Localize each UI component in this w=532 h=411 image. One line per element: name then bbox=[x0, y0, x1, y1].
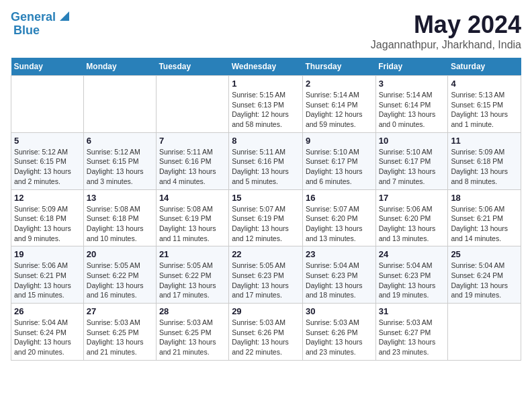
calendar-week-row: 1Sunrise: 5:15 AM Sunset: 6:13 PM Daylig… bbox=[11, 76, 521, 133]
day-info: Sunrise: 5:09 AM Sunset: 6:18 PM Dayligh… bbox=[451, 147, 518, 187]
day-number: 25 bbox=[451, 249, 518, 259]
day-info: Sunrise: 5:05 AM Sunset: 6:22 PM Dayligh… bbox=[159, 261, 226, 300]
day-info: Sunrise: 5:08 AM Sunset: 6:19 PM Dayligh… bbox=[159, 204, 226, 244]
weekday-header: Tuesday bbox=[156, 58, 228, 76]
day-number: 16 bbox=[306, 193, 373, 203]
calendar-cell bbox=[448, 304, 521, 361]
day-info: Sunrise: 5:03 AM Sunset: 6:25 PM Dayligh… bbox=[159, 318, 226, 357]
day-info: Sunrise: 5:12 AM Sunset: 6:15 PM Dayligh… bbox=[87, 147, 153, 187]
calendar-cell: 18Sunrise: 5:06 AM Sunset: 6:21 PM Dayli… bbox=[448, 189, 521, 246]
day-number: 12 bbox=[14, 193, 81, 203]
day-info: Sunrise: 5:03 AM Sunset: 6:25 PM Dayligh… bbox=[87, 318, 153, 357]
calendar-cell: 20Sunrise: 5:05 AM Sunset: 6:22 PM Dayli… bbox=[83, 246, 156, 304]
calendar-cell: 10Sunrise: 5:10 AM Sunset: 6:17 PM Dayli… bbox=[375, 132, 448, 189]
day-number: 19 bbox=[14, 249, 81, 259]
weekday-header: Saturday bbox=[448, 58, 521, 76]
day-number: 29 bbox=[232, 306, 300, 316]
calendar-cell: 3Sunrise: 5:14 AM Sunset: 6:14 PM Daylig… bbox=[375, 76, 448, 133]
title-section: May 2024 Jagannathpur, Jharkhand, India bbox=[371, 11, 521, 51]
day-info: Sunrise: 5:13 AM Sunset: 6:15 PM Dayligh… bbox=[451, 90, 518, 130]
day-info: Sunrise: 5:12 AM Sunset: 6:15 PM Dayligh… bbox=[14, 147, 81, 187]
calendar-cell: 27Sunrise: 5:03 AM Sunset: 6:25 PM Dayli… bbox=[83, 304, 156, 361]
day-info: Sunrise: 5:11 AM Sunset: 6:16 PM Dayligh… bbox=[159, 147, 226, 187]
day-info: Sunrise: 5:05 AM Sunset: 6:23 PM Dayligh… bbox=[232, 261, 300, 300]
day-number: 13 bbox=[87, 193, 153, 203]
calendar-cell: 5Sunrise: 5:12 AM Sunset: 6:15 PM Daylig… bbox=[11, 132, 84, 189]
day-number: 1 bbox=[232, 79, 300, 89]
day-info: Sunrise: 5:03 AM Sunset: 6:26 PM Dayligh… bbox=[306, 318, 373, 357]
day-info: Sunrise: 5:09 AM Sunset: 6:18 PM Dayligh… bbox=[14, 204, 81, 244]
day-number: 4 bbox=[451, 79, 518, 89]
calendar-cell: 8Sunrise: 5:11 AM Sunset: 6:16 PM Daylig… bbox=[229, 132, 303, 189]
day-info: Sunrise: 5:04 AM Sunset: 6:23 PM Dayligh… bbox=[306, 261, 373, 300]
day-number: 27 bbox=[87, 306, 153, 316]
calendar-cell: 12Sunrise: 5:09 AM Sunset: 6:18 PM Dayli… bbox=[11, 189, 84, 246]
logo: General Blue bbox=[11, 11, 72, 38]
day-number: 22 bbox=[232, 249, 300, 259]
day-info: Sunrise: 5:04 AM Sunset: 6:23 PM Dayligh… bbox=[379, 261, 445, 300]
logo-text: General bbox=[11, 11, 56, 24]
day-info: Sunrise: 5:04 AM Sunset: 6:24 PM Dayligh… bbox=[451, 261, 518, 300]
day-number: 14 bbox=[159, 193, 226, 203]
day-info: Sunrise: 5:08 AM Sunset: 6:18 PM Dayligh… bbox=[87, 204, 153, 244]
calendar-cell bbox=[11, 76, 84, 133]
day-number: 6 bbox=[87, 136, 153, 146]
calendar-cell: 21Sunrise: 5:05 AM Sunset: 6:22 PM Dayli… bbox=[156, 246, 228, 304]
calendar-cell: 22Sunrise: 5:05 AM Sunset: 6:23 PM Dayli… bbox=[229, 246, 303, 304]
calendar-cell: 4Sunrise: 5:13 AM Sunset: 6:15 PM Daylig… bbox=[448, 76, 521, 133]
logo-icon bbox=[57, 9, 72, 24]
calendar-cell: 13Sunrise: 5:08 AM Sunset: 6:18 PM Dayli… bbox=[83, 189, 156, 246]
calendar-cell: 24Sunrise: 5:04 AM Sunset: 6:23 PM Dayli… bbox=[375, 246, 448, 304]
day-number: 7 bbox=[159, 136, 226, 146]
calendar-cell bbox=[83, 76, 156, 133]
calendar-week-row: 26Sunrise: 5:04 AM Sunset: 6:24 PM Dayli… bbox=[11, 304, 521, 361]
day-info: Sunrise: 5:05 AM Sunset: 6:22 PM Dayligh… bbox=[87, 261, 153, 300]
svg-marker-0 bbox=[60, 11, 69, 21]
day-info: Sunrise: 5:14 AM Sunset: 6:14 PM Dayligh… bbox=[306, 90, 373, 130]
day-number: 2 bbox=[306, 79, 373, 89]
day-info: Sunrise: 5:10 AM Sunset: 6:17 PM Dayligh… bbox=[306, 147, 373, 187]
calendar-cell: 31Sunrise: 5:03 AM Sunset: 6:27 PM Dayli… bbox=[375, 304, 448, 361]
weekday-header: Friday bbox=[375, 58, 448, 76]
weekday-header: Wednesday bbox=[229, 58, 303, 76]
day-number: 5 bbox=[14, 136, 81, 146]
weekday-header: Thursday bbox=[302, 58, 375, 76]
calendar-cell: 16Sunrise: 5:07 AM Sunset: 6:20 PM Dayli… bbox=[302, 189, 375, 246]
day-number: 10 bbox=[379, 136, 445, 146]
location: Jagannathpur, Jharkhand, India bbox=[371, 39, 521, 51]
day-info: Sunrise: 5:06 AM Sunset: 6:21 PM Dayligh… bbox=[14, 261, 81, 300]
weekday-header: Monday bbox=[83, 58, 156, 76]
calendar-cell: 15Sunrise: 5:07 AM Sunset: 6:19 PM Dayli… bbox=[229, 189, 303, 246]
day-info: Sunrise: 5:11 AM Sunset: 6:16 PM Dayligh… bbox=[232, 147, 300, 187]
day-info: Sunrise: 5:10 AM Sunset: 6:17 PM Dayligh… bbox=[379, 147, 445, 187]
day-number: 28 bbox=[159, 306, 226, 316]
logo-text2: Blue bbox=[13, 24, 40, 37]
day-info: Sunrise: 5:15 AM Sunset: 6:13 PM Dayligh… bbox=[232, 90, 300, 130]
calendar-cell: 28Sunrise: 5:03 AM Sunset: 6:25 PM Dayli… bbox=[156, 304, 228, 361]
day-info: Sunrise: 5:06 AM Sunset: 6:20 PM Dayligh… bbox=[379, 204, 445, 244]
calendar-cell: 29Sunrise: 5:03 AM Sunset: 6:26 PM Dayli… bbox=[229, 304, 303, 361]
day-info: Sunrise: 5:04 AM Sunset: 6:24 PM Dayligh… bbox=[14, 318, 81, 357]
day-info: Sunrise: 5:07 AM Sunset: 6:20 PM Dayligh… bbox=[306, 204, 373, 244]
day-number: 31 bbox=[379, 306, 445, 316]
calendar-cell: 17Sunrise: 5:06 AM Sunset: 6:20 PM Dayli… bbox=[375, 189, 448, 246]
day-number: 21 bbox=[159, 249, 226, 259]
calendar-cell: 19Sunrise: 5:06 AM Sunset: 6:21 PM Dayli… bbox=[11, 246, 84, 304]
day-number: 23 bbox=[306, 249, 373, 259]
calendar-week-row: 5Sunrise: 5:12 AM Sunset: 6:15 PM Daylig… bbox=[11, 132, 521, 189]
calendar-cell: 25Sunrise: 5:04 AM Sunset: 6:24 PM Dayli… bbox=[448, 246, 521, 304]
calendar-cell: 14Sunrise: 5:08 AM Sunset: 6:19 PM Dayli… bbox=[156, 189, 228, 246]
day-number: 17 bbox=[379, 193, 445, 203]
weekday-header: Sunday bbox=[11, 58, 84, 76]
day-number: 11 bbox=[451, 136, 518, 146]
day-number: 3 bbox=[379, 79, 445, 89]
day-number: 24 bbox=[379, 249, 445, 259]
day-number: 8 bbox=[232, 136, 300, 146]
calendar-cell: 6Sunrise: 5:12 AM Sunset: 6:15 PM Daylig… bbox=[83, 132, 156, 189]
page-header: General Blue May 2024 Jagannathpur, Jhar… bbox=[11, 11, 521, 51]
calendar-cell: 11Sunrise: 5:09 AM Sunset: 6:18 PM Dayli… bbox=[448, 132, 521, 189]
day-info: Sunrise: 5:03 AM Sunset: 6:27 PM Dayligh… bbox=[379, 318, 445, 357]
day-number: 9 bbox=[306, 136, 373, 146]
calendar-cell: 7Sunrise: 5:11 AM Sunset: 6:16 PM Daylig… bbox=[156, 132, 228, 189]
day-info: Sunrise: 5:06 AM Sunset: 6:21 PM Dayligh… bbox=[451, 204, 518, 244]
